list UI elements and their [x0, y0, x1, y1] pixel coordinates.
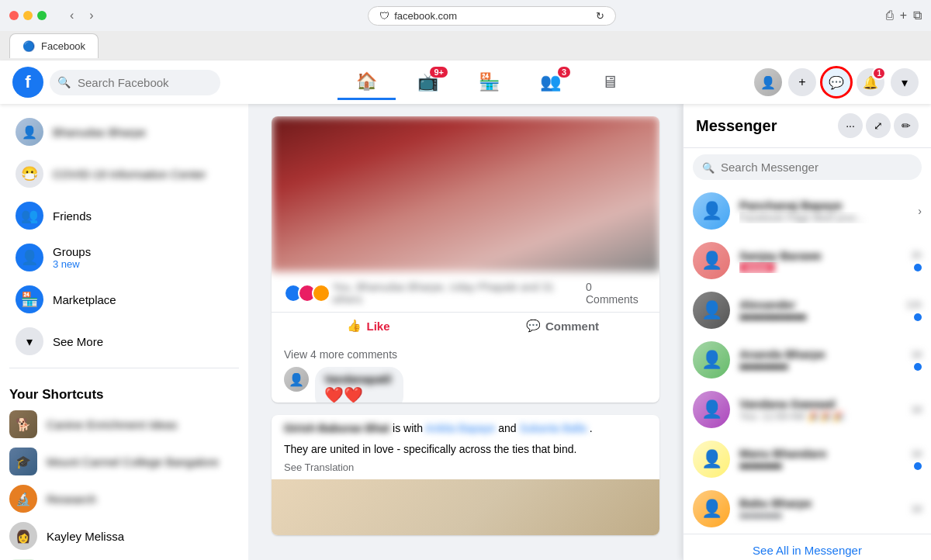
comment-label: Comment	[545, 320, 599, 333]
maximize-button[interactable]	[37, 11, 47, 20]
search-input[interactable]	[50, 70, 220, 95]
covid-text-wrap: COVID-19 Information Center	[53, 168, 206, 181]
view-more-comments[interactable]: View 4 more comments	[284, 348, 647, 361]
plus-button[interactable]: +	[788, 68, 816, 96]
video-badge: 9+	[430, 67, 448, 78]
window-controls	[9, 11, 47, 20]
messenger-item-2[interactable]: 👤 Sanjay Barawe ■■■■■ 1h	[684, 236, 931, 285]
post-card-2: Girish Baburao Bhat is with Ankita Bapay…	[272, 415, 659, 535]
nav-video[interactable]: 📺 9+	[399, 65, 457, 100]
sidebar-item-friends[interactable]: 👥 Friends	[6, 195, 242, 236]
refresh-icon[interactable]: ↻	[596, 10, 604, 22]
sidebar-item-marketplace[interactable]: 🏪 Marketplace	[6, 279, 242, 320]
nav-groups[interactable]: 👥 3	[521, 65, 580, 100]
messenger-search-input[interactable]	[693, 154, 922, 180]
like-label: Like	[366, 320, 389, 333]
shortcut-canine[interactable]: 🐕 Canine Enrichment Ideas	[9, 406, 239, 443]
contact4-avatar-icon: 👤	[701, 350, 722, 370]
groups-badge-new: 3 new	[53, 258, 91, 270]
comment-bubble: Vandanapatil ❤️❤️	[315, 367, 403, 403]
nav-marketplace[interactable]: 🏪	[460, 65, 518, 100]
sidebar-profile[interactable]: 👤 Bhanudas Bharpe	[6, 112, 242, 152]
messenger-info-7: Babu Bharpe ■■■■■■■	[739, 496, 902, 521]
messenger-item-6[interactable]: 👤 Manu Bhandare ■■■■■■■ 1d	[684, 434, 931, 484]
see-all-messenger-link[interactable]: See All in Messenger	[753, 544, 862, 557]
friends-icon: 👥	[21, 207, 38, 224]
see-more-button[interactable]: ▾ See More	[6, 321, 242, 361]
close-button[interactable]	[9, 11, 19, 20]
like-action[interactable]: 👍 Like	[272, 313, 466, 339]
contact5-avatar-icon: 👤	[701, 399, 722, 420]
contact3-unread-dot	[914, 313, 922, 321]
messenger-item-4[interactable]: 👤 Ananda Bharpe ■■■■■■■■ 1d	[684, 335, 931, 385]
new-tab-icon[interactable]: +	[900, 9, 907, 22]
back-button[interactable]: ‹	[65, 7, 78, 24]
account-dropdown-button[interactable]: ▾	[891, 68, 919, 96]
messenger-item-5[interactable]: 👤 Vandana Gawaad You: 11:59 AM 🎉🎉🎉 1d	[684, 385, 931, 434]
home-icon: 🏠	[356, 71, 377, 92]
fb-nav: 🏠 📺 9+ 🏪 👥 3 🖥	[220, 65, 754, 100]
messenger-compose-button[interactable]: ✏	[894, 113, 919, 138]
left-sidebar: 👤 Bhanudas Bharpe 😷 COVID-19 Information…	[0, 104, 248, 560]
post-actions-1: 👍 Like 💬 Comment	[272, 312, 659, 339]
shortcut-canine-name: Canine Enrichment Ideas	[47, 418, 177, 431]
messenger-item-3[interactable]: 👤 Alexander ■■■■■■■■■■■ 11h	[684, 285, 931, 335]
shortcut-mount-carmel[interactable]: 🎓 Mount Carmel College Bangalore	[9, 443, 239, 480]
shortcut-kayley-thumb: 👩	[9, 522, 37, 550]
post-author-avatars	[284, 284, 326, 302]
commenter-name: Vandanapatil	[324, 373, 391, 385]
comment-row-1: 👤 Vandanapatil ❤️❤️ Like Reply 1h	[284, 367, 647, 403]
tabs-icon[interactable]: ⧉	[913, 9, 922, 22]
fb-logo[interactable]: f	[12, 67, 43, 98]
messenger-chevron-1: ›	[918, 205, 922, 217]
messenger-button[interactable]: 💬	[822, 68, 850, 96]
contact4-name: Ananda Bharpe	[739, 347, 902, 361]
comment-action[interactable]: 💬 Comment	[466, 313, 659, 339]
sidebar-item-groups[interactable]: 👤 Groups 3 new	[6, 237, 242, 278]
profile-avatar[interactable]: 👤	[754, 68, 782, 96]
messenger-item-7[interactable]: 👤 Babu Bharpe ■■■■■■■ 1d	[684, 484, 931, 534]
sidebar-item-covid[interactable]: 😷 COVID-19 Information Center	[6, 154, 242, 194]
messenger-more-button[interactable]: ···	[838, 113, 863, 138]
contact7-preview: ■■■■■■■	[739, 510, 902, 521]
nav-home[interactable]: 🏠	[337, 65, 396, 100]
shortcut-science[interactable]: 🧪 Do you even Science, Bro	[9, 555, 239, 560]
contact2-preview-badge: ■■■■■	[739, 262, 774, 273]
commenter-avatar: 👤	[284, 367, 309, 392]
friends-label: Friends	[53, 209, 92, 223]
marketplace-icon: 🏪	[21, 291, 38, 308]
mount-carmel-icon: 🎓	[16, 455, 31, 469]
contact3-avatar-icon: 👤	[701, 300, 722, 320]
groups-sidebar-icon-wrap: 👤	[16, 244, 43, 271]
post2-text: They are united in love - specifically a…	[272, 443, 659, 461]
avatar-3	[312, 284, 331, 302]
messenger-item-1[interactable]: 👤 Panchanaj Bapaye Facebook Page liked y…	[684, 186, 931, 236]
groups-sidebar-label: Groups	[53, 245, 91, 258]
post-card-1: You, Bhanudas Bharpe, Uday Phapale and 3…	[272, 116, 659, 403]
browser-tab-bar: 🔵 Facebook	[0, 31, 931, 60]
contact4-time: 1d	[912, 349, 922, 360]
share-icon[interactable]: ⎙	[886, 9, 894, 22]
post-author-text: You, Bhanudas Bharpe, Uday Phapale and 3…	[332, 281, 586, 306]
contact6-time: 1d	[912, 448, 922, 459]
active-tab[interactable]: 🔵 Facebook	[9, 33, 99, 58]
store-icon: 🏪	[479, 72, 500, 92]
shortcut-mount-carmel-thumb: 🎓	[9, 448, 37, 475]
url-display[interactable]: facebook.com	[394, 10, 457, 22]
shortcut-research[interactable]: 🔬 Research	[9, 480, 239, 517]
shortcuts-title: Your Shortcuts	[9, 381, 239, 406]
messenger-avatar-3: 👤	[693, 292, 730, 329]
messenger-avatar-7: 👤	[693, 490, 730, 527]
see-more-icon: ▾	[16, 327, 43, 355]
contact6-avatar-icon: 👤	[701, 449, 722, 469]
shortcut-kayley[interactable]: 👩 Kayley Melissa	[9, 517, 239, 555]
messenger-avatar-5: 👤	[693, 391, 730, 428]
messenger-expand-button[interactable]: ⤢	[866, 113, 891, 138]
search-icon: 🔍	[57, 76, 71, 88]
forward-button[interactable]: ›	[85, 7, 98, 24]
see-translation[interactable]: See Translation	[272, 461, 659, 479]
comment-emoji: ❤️❤️	[324, 385, 394, 403]
notifications-button[interactable]: 🔔 1	[857, 68, 884, 96]
nav-gaming[interactable]: 🖥	[583, 65, 637, 100]
minimize-button[interactable]	[23, 11, 33, 20]
